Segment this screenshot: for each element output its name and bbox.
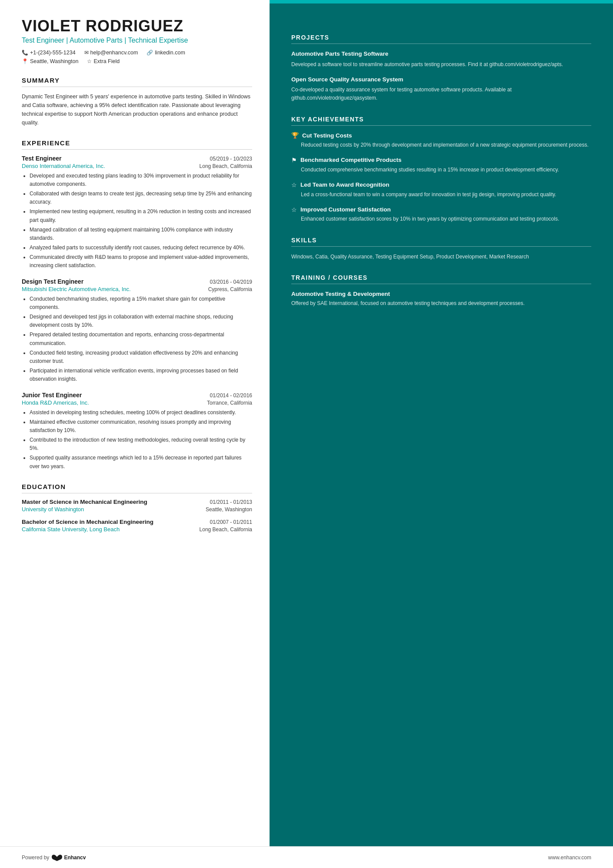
job-1-company: Mitsubishi Electric Automotive America, … [22, 286, 131, 292]
project-0-title: Automotive Parts Testing Software [291, 50, 591, 58]
experience-section: EXPERIENCE Test Engineer 05/2019 - 10/20… [22, 139, 252, 471]
achievement-1-desc: Conducted comprehensive benchmarking stu… [291, 166, 591, 174]
enhancv-brand: Enhancv [52, 854, 86, 861]
achievement-3-desc: Enhanced customer satisfaction scores by… [291, 215, 591, 223]
achievement-0: 🏆 Cut Testing Costs Reduced testing cost… [291, 132, 591, 150]
achievement-1: ⚑ Benchmarked Competitive Products Condu… [291, 156, 591, 174]
footer-website: www.enhancv.com [548, 855, 591, 861]
summary-text: Dynamic Test Engineer with 5 years' expe… [22, 92, 252, 127]
education-heading: EDUCATION [22, 483, 252, 490]
candidate-name: VIOLET RODRIGUEZ [22, 17, 252, 35]
job-2-title-row: Junior Test Engineer 01/2014 - 02/2016 [22, 392, 252, 399]
skills-text: Windows, Catia, Quality Assurance, Testi… [291, 253, 591, 261]
job-1-location: Cypress, California [208, 286, 252, 292]
edu-0: Master of Science in Mechanical Engineer… [22, 499, 252, 513]
star-icon: ☆ [87, 58, 92, 64]
edu-1-location: Long Beach, California [200, 526, 252, 533]
job-1-title-row: Design Test Engineer 03/2016 - 04/2019 [22, 278, 252, 285]
edu-1-title-row: Bachelor of Science in Mechanical Engine… [22, 519, 252, 525]
job-2-title: Junior Test Engineer [22, 392, 82, 399]
job-1-bullets: Conducted benchmarking studies, reportin… [22, 295, 252, 384]
linkedin-value: linkedin.com [155, 50, 185, 56]
bullet: Analyzed failed parts to successfully id… [30, 244, 252, 252]
training-heading: TRAINING / COURSES [291, 274, 591, 281]
linkedin-contact: 🔗 linkedin.com [147, 50, 185, 56]
bullet: Assisted in developing testing schedules… [30, 409, 252, 417]
project-1-title: Open Source Quality Assurance System [291, 76, 591, 84]
project-0: Automotive Parts Testing Software Develo… [291, 50, 591, 69]
bullet: Maintained effective customer communicat… [30, 418, 252, 435]
job-2-dates: 01/2014 - 02/2016 [210, 392, 252, 399]
training-divider [291, 284, 591, 284]
contact-row-2: 📍 Seattle, Washington ☆ Extra Field [22, 58, 252, 64]
training-0-title: Automotive Testing & Development [291, 290, 591, 298]
education-divider [22, 493, 252, 493]
projects-divider [291, 44, 591, 44]
achievement-3-row: ☆ Improved Customer Satisfaction [291, 206, 591, 214]
bullet: Designed and developed test jigs in coll… [30, 313, 252, 329]
edu-1: Bachelor of Science in Mechanical Engine… [22, 519, 252, 533]
edu-0-school-row: University of Washington Seattle, Washin… [22, 506, 252, 513]
footer-logo: Powered by Enhancv [22, 854, 86, 861]
job-2-company-row: Honda R&D Americas, Inc. Torrance, Calif… [22, 399, 252, 406]
job-0-company-row: Denso International America, Inc. Long B… [22, 163, 252, 169]
enhancv-logo-icon [52, 854, 62, 861]
bullet: Communicated directly with R&D teams to … [30, 253, 252, 270]
job-0-title-row: Test Engineer 05/2019 - 10/2023 [22, 155, 252, 162]
achievement-3-title: Improved Customer Satisfaction [300, 206, 391, 214]
bullet: Implemented new testing equipment, resul… [30, 208, 252, 224]
achievement-0-desc: Reduced testing costs by 20% through dev… [291, 141, 591, 149]
trophy-icon: 🏆 [291, 132, 299, 139]
training-0: Automotive Testing & Development Offered… [291, 290, 591, 308]
summary-divider [22, 87, 252, 87]
job-0-location: Long Beach, California [200, 163, 252, 169]
training-0-desc: Offered by SAE International, focused on… [291, 299, 591, 308]
star-award-icon: ☆ [291, 181, 297, 188]
edu-1-school: California State University, Long Beach [22, 526, 120, 533]
job-0: Test Engineer 05/2019 - 10/2023 Denso In… [22, 155, 252, 270]
job-2-company: Honda R&D Americas, Inc. [22, 399, 89, 406]
project-1-desc: Co-developed a quality assurance system … [291, 86, 591, 102]
top-accent-bar [270, 0, 613, 3]
edu-1-degree: Bachelor of Science in Mechanical Engine… [22, 519, 153, 525]
skills-section: SKILLS Windows, Catia, Quality Assurance… [291, 237, 591, 261]
email-icon: ✉ [84, 50, 89, 56]
experience-divider [22, 149, 252, 150]
training-section: TRAINING / COURSES Automotive Testing & … [291, 274, 591, 308]
extra-field-contact: ☆ Extra Field [87, 58, 120, 64]
bullet: Conducted field testing, increasing prod… [30, 349, 252, 365]
key-achievements-heading: KEY ACHIEVEMENTS [291, 116, 591, 123]
skills-heading: SKILLS [291, 237, 591, 244]
achievement-2-row: ☆ Led Team to Award Recognition [291, 181, 591, 189]
achievement-2: ☆ Led Team to Award Recognition Led a cr… [291, 181, 591, 199]
job-1-title: Design Test Engineer [22, 278, 83, 285]
achievement-0-title: Cut Testing Costs [302, 132, 352, 140]
bullet: Participated in international vehicle ve… [30, 367, 252, 383]
achievement-0-row: 🏆 Cut Testing Costs [291, 132, 591, 140]
projects-section: PROJECTS Automotive Parts Testing Softwa… [291, 34, 591, 103]
job-0-company: Denso International America, Inc. [22, 163, 105, 169]
bullet: Collaborated with design teams to create… [30, 190, 252, 206]
edu-0-title-row: Master of Science in Mechanical Engineer… [22, 499, 252, 505]
contact-row-1: 📞 +1-(234)-555-1234 ✉ help@enhancv.com 🔗… [22, 50, 252, 56]
achievement-2-desc: Led a cross-functional team to win a com… [291, 191, 591, 199]
projects-heading: PROJECTS [291, 34, 591, 41]
extra-field-value: Extra Field [93, 58, 120, 64]
location-contact: 📍 Seattle, Washington [22, 58, 78, 64]
bullet: Conducted benchmarking studies, reportin… [30, 295, 252, 312]
achievement-2-title: Led Team to Award Recognition [300, 181, 390, 189]
job-0-bullets: Developed and executed testing plans lea… [22, 172, 252, 270]
bullet: Supported quality assurance meetings whi… [30, 454, 252, 470]
job-1-dates: 03/2016 - 04/2019 [210, 279, 252, 285]
edu-0-school: University of Washington [22, 506, 84, 513]
job-1-company-row: Mitsubishi Electric Automotive America, … [22, 286, 252, 292]
phone-contact: 📞 +1-(234)-555-1234 [22, 50, 76, 56]
bullet: Developed and executed testing plans lea… [30, 172, 252, 188]
brand-name: Enhancv [64, 855, 86, 861]
phone-icon: 📞 [22, 50, 28, 56]
job-2-location: Torrance, California [207, 400, 252, 406]
location-icon: 📍 [22, 58, 28, 64]
right-column: PROJECTS Automotive Parts Testing Softwa… [270, 0, 613, 868]
linkedin-icon: 🔗 [147, 50, 153, 56]
education-section: EDUCATION Master of Science in Mechanica… [22, 483, 252, 533]
